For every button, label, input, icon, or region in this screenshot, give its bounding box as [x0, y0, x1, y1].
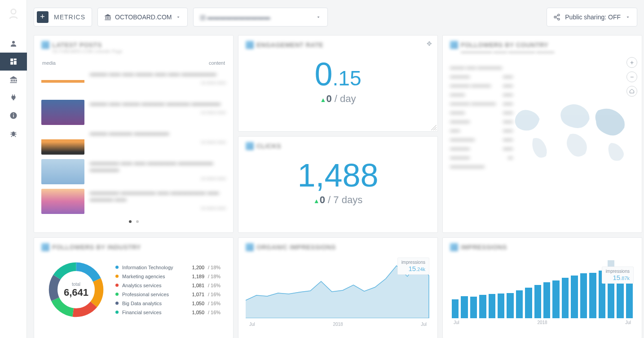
linkedin-icon: [246, 142, 254, 150]
svg-rect-3: [13, 58, 16, 60]
up-triangle-icon: ▲: [320, 96, 326, 103]
svg-point-8: [13, 113, 14, 114]
org-selector[interactable]: OCTOBOARD.COM: [97, 8, 188, 27]
plus-icon: +: [37, 11, 49, 23]
public-sharing-button[interactable]: Public sharing: OFF: [547, 8, 637, 27]
svg-point-0: [11, 9, 16, 14]
zoom-out-button[interactable]: −: [626, 71, 637, 82]
sidebar-item-bug[interactable]: [0, 125, 27, 142]
bar: [498, 294, 504, 318]
chart-badge: impressions 15.24k: [397, 258, 429, 275]
card-clicks[interactable]: CLICKS 1,488 ▲0 / 7 days: [238, 136, 438, 233]
legend-row: Marketing agencies1,189/ 18%: [115, 272, 226, 281]
sidebar-item-dashboard[interactable]: [0, 53, 27, 71]
bar: [525, 288, 532, 318]
sidebar-item-plug[interactable]: [0, 89, 27, 107]
bar: [571, 276, 578, 318]
bar: [507, 293, 513, 318]
post-thumb: [41, 189, 84, 214]
sidebar-item-info[interactable]: [0, 107, 27, 125]
card-followers-industry[interactable]: FOLLOWERS BY INDUSTRY total 6,641 Inform…: [34, 237, 234, 338]
x-axis: Jul2018Jul: [450, 318, 635, 325]
donut-chart: total 6,641: [46, 259, 106, 320]
post-thumb: [41, 70, 84, 95]
svg-rect-2: [10, 58, 13, 61]
post-row[interactable]: ▬▬▬▬▬ ▬▬▬▬▬▬ ▬▬ ▬▬▬▬▬▬ ▬▬ ▬▬▬▬ ▬▬▬ ▬▬ ▬▬: [41, 189, 226, 214]
card-organic-impressions[interactable]: ORGANIC IMPRESSIONS impressions 15.24k J…: [238, 237, 438, 338]
bar: [461, 296, 468, 318]
bank-icon: [104, 13, 111, 21]
linkedin-icon: [450, 243, 458, 251]
bar: [589, 273, 596, 318]
org-label: OCTOBOARD.COM: [115, 13, 172, 21]
bar: [580, 273, 587, 318]
post-thumb: [41, 100, 84, 125]
legend-row: Analytics services1,081/ 16%: [115, 281, 226, 290]
post-row[interactable]: ▬▬▬▬▬ ▬▬ ▬▬ ▬▬▬▬▬ ▬▬▬▬▬▬ ▬▬▬▬▬ ▬ ▬▬ ▬▬: [41, 159, 226, 184]
resize-handle-icon[interactable]: [431, 125, 437, 130]
bar: [470, 297, 477, 318]
x-axis: Jul2018Jul: [246, 320, 430, 327]
bar: [516, 290, 523, 318]
world-map[interactable]: [507, 89, 637, 170]
legend-row: Financial services1,050/ 16%: [115, 308, 226, 317]
legend-row: Professional services1,071/ 16%: [115, 290, 226, 299]
chevron-down-icon: [316, 14, 321, 20]
metrics-label: METRICS: [54, 13, 85, 21]
svg-point-1: [12, 41, 15, 44]
post-row[interactable]: ▬▬▬ ▬▬▬▬ ▬▬▬▬▬▬▬ ▬▬ ▬▬: [41, 129, 226, 155]
bar: [562, 278, 569, 318]
bar: [489, 294, 495, 318]
sidebar-item-account[interactable]: [0, 35, 27, 53]
add-metrics-button[interactable]: + METRICS: [34, 8, 92, 27]
linkedin-icon: [246, 243, 254, 251]
dashboard-grid: LATEST POSTS OCTOBOARD.COM Linkedin Page…: [34, 35, 644, 338]
dashboard-selector[interactable]: ▧ ▬▬▬▬▬▬▬▬▬▬: [193, 8, 328, 27]
bar: [552, 280, 559, 318]
chevron-down-icon: [625, 14, 631, 20]
card-engagement-rate[interactable]: ✥ ENGAGEMENT RATE 0.15 ▲0 / day: [238, 35, 438, 132]
card-impressions[interactable]: IMPRESSIONS impressions 15.87k Jul2018Ju…: [442, 237, 642, 338]
posts-headers: mediacontent: [41, 60, 226, 66]
clicks-delta: 0: [320, 194, 325, 205]
country-list: ▬▬▬ ▬▬ ▬▬▬▬▬ ▬▬▬▬▬▬ ▬▬▬▬ ▬▬▬▬▬▬ ▬▬▬▬▬ ▬▬…: [450, 62, 513, 170]
bar: [452, 299, 459, 318]
sidebar-item-bank[interactable]: [0, 71, 27, 89]
zoom-in-button[interactable]: +: [626, 57, 637, 68]
donut-total-label: total: [64, 281, 88, 286]
chevron-down-icon: [176, 14, 181, 20]
svg-point-11: [554, 16, 556, 18]
card-latest-posts[interactable]: LATEST POSTS OCTOBOARD.COM Linkedin Page…: [34, 35, 234, 233]
engagement-value-int: 0: [315, 56, 333, 92]
engagement-period: / day: [335, 93, 356, 104]
svg-point-10: [558, 14, 560, 16]
clicks-period: / 7 days: [328, 194, 362, 205]
legend-row: Information Technology1,200/ 18%: [115, 263, 226, 272]
share-label: Public sharing: OFF: [565, 13, 621, 21]
bar: [534, 285, 541, 318]
engagement-delta: 0: [326, 93, 331, 104]
linkedin-icon: [246, 41, 254, 49]
svg-point-9: [12, 132, 15, 137]
post-thumb: [41, 159, 84, 184]
svg-rect-4: [13, 61, 16, 65]
svg-rect-7: [13, 115, 14, 117]
svg-rect-5: [10, 62, 13, 65]
up-triangle-icon: ▲: [313, 197, 320, 205]
industry-legend: Information Technology1,200/ 18%Marketin…: [115, 263, 226, 317]
pager-dots[interactable]: [41, 220, 226, 223]
bar: [543, 282, 550, 318]
app-logo: [6, 7, 21, 21]
post-thumb: [41, 129, 84, 155]
linkedin-icon: [41, 243, 49, 251]
linkedin-icon: [450, 41, 458, 49]
linkedin-icon: [41, 41, 49, 49]
top-bar: + METRICS OCTOBOARD.COM ▧ ▬▬▬▬▬▬▬▬▬▬ Pub…: [34, 7, 637, 27]
post-row[interactable]: ▬▬▬ ▬▬ ▬▬ ▬▬▬ ▬▬ ▬▬ ▬▬▬▬▬▬▬ ▬▬ ▬▬: [41, 70, 226, 95]
card-followers-country[interactable]: FOLLOWERS BY COUNTRY ▬▬▬▬▬▬▬ ▬▬▬ ▬▬▬▬▬▬ …: [442, 35, 642, 233]
post-row[interactable]: ▬▬▬ ▬▬ ▬▬▬ ▬▬▬▬ ▬▬▬▬ ▬▬▬▬▬▬ ▬▬ ▬▬: [41, 100, 226, 125]
engagement-value-dec: .15: [333, 67, 362, 90]
donut-total-value: 6,641: [64, 286, 88, 298]
svg-point-12: [558, 18, 560, 20]
clicks-value: 1,488: [246, 159, 430, 191]
